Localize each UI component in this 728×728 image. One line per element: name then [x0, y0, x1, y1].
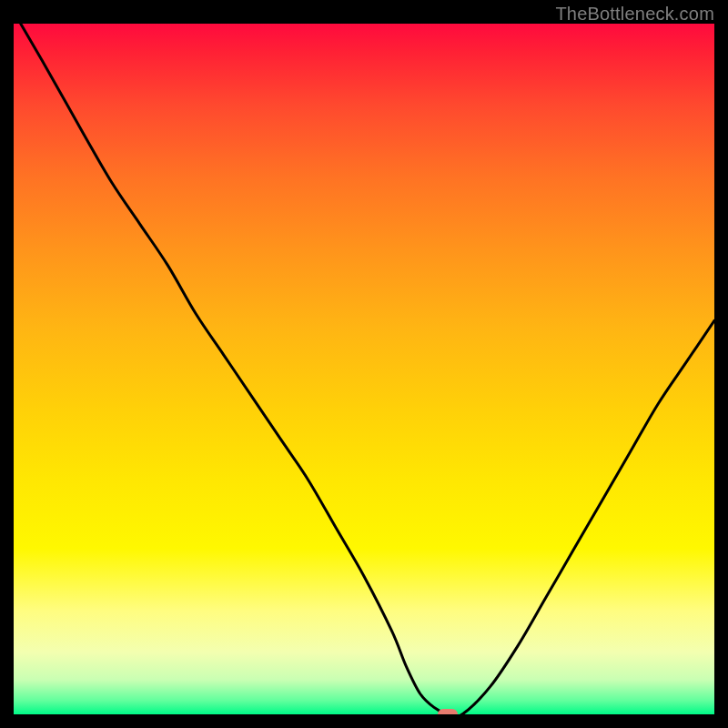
- bottleneck-curve: [21, 24, 714, 714]
- bottleneck-chart: TheBottleneck.com: [0, 0, 728, 728]
- plot-area: [14, 24, 714, 714]
- curve-layer: [14, 24, 714, 714]
- optimal-point-marker: [438, 709, 458, 714]
- watermark-text: TheBottleneck.com: [555, 4, 714, 25]
